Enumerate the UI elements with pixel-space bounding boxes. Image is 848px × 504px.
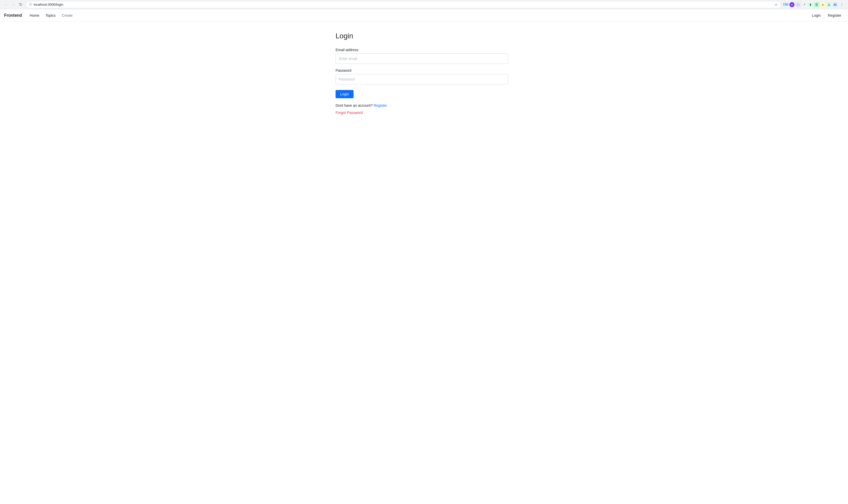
browser-menu-button[interactable]: ⋮ [839, 2, 845, 8]
nav-create[interactable]: Create [59, 12, 75, 19]
address-bar[interactable]: ⓘ localhost:3000/login ☆ [26, 1, 781, 8]
ext-arrow-icon[interactable]: ↗ [802, 2, 807, 7]
reload-button[interactable]: ↻ [17, 2, 24, 8]
nav-home[interactable]: Home [27, 12, 42, 19]
ext-yellow-icon[interactable]: ▲ [820, 2, 825, 7]
email-input[interactable] [336, 53, 508, 64]
app-brand[interactable]: Frontend [4, 13, 22, 18]
ext-square-icon[interactable]: □ [796, 2, 801, 7]
nav-topics[interactable]: Topics [43, 12, 58, 19]
ext-chart-icon[interactable]: {} [814, 2, 819, 7]
forward-button[interactable]: → [10, 2, 16, 8]
nav-register[interactable]: Register [825, 12, 844, 19]
login-button[interactable]: Login [336, 90, 354, 98]
nav-actions: Login Register [809, 12, 844, 19]
ext-mountain-icon[interactable]: △ [826, 2, 832, 7]
main-content: Login Email address Password Login Dont … [331, 22, 517, 125]
browser-nav-buttons: ← → ↻ [3, 2, 24, 8]
forgot-password-link[interactable]: Forgot Password [336, 111, 512, 115]
browser-chrome: ← → ↻ ⓘ localhost:3000/login ☆ CSS ● □ ↗… [0, 0, 848, 9]
password-label: Password [336, 68, 512, 73]
ext-user-icon[interactable]: JC [833, 2, 838, 7]
app-navbar: Frontend Home Topics Create Login Regist… [0, 9, 848, 22]
address-bar-star-icon[interactable]: ☆ [774, 3, 778, 7]
address-bar-url: localhost:3000/login [34, 3, 773, 6]
address-bar-lock-icon: ⓘ [29, 2, 32, 7]
register-link[interactable]: Register [374, 103, 387, 107]
email-label: Email address [336, 48, 512, 52]
page-title: Login [336, 32, 512, 40]
nav-links: Home Topics Create [27, 12, 804, 19]
email-form-group: Email address [336, 48, 512, 64]
nav-login[interactable]: Login [809, 12, 823, 19]
password-form-group: Password [336, 68, 512, 84]
browser-actions: CSS ● □ ↗ ▮ {} ▲ △ JC ⋮ [783, 2, 845, 8]
back-button[interactable]: ← [3, 2, 9, 8]
ext-purple-icon[interactable]: ● [789, 2, 795, 7]
ext-green-icon[interactable]: ▮ [808, 2, 813, 7]
ext-css-icon[interactable]: CSS [783, 2, 788, 7]
password-input[interactable] [336, 74, 508, 84]
register-prompt: Dont have an account? Register [336, 103, 512, 107]
